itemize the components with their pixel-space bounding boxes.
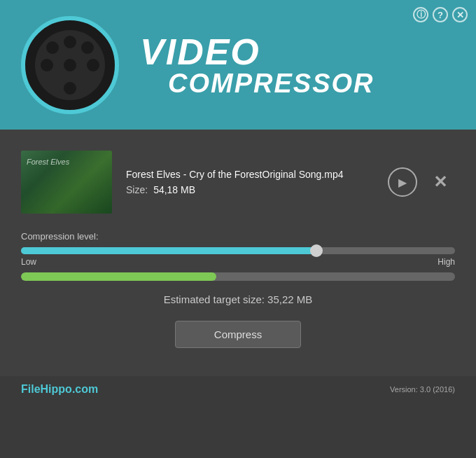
file-row: Forest Elves Forest Elves - Cry of the F… bbox=[21, 151, 455, 214]
file-name: Forest Elves - Cry of the ForestOriginal… bbox=[126, 169, 374, 180]
close-button[interactable]: ✕ bbox=[452, 7, 468, 22]
info-button[interactable]: ⓘ bbox=[413, 7, 428, 22]
main-content: Forest Elves Forest Elves - Cry of the F… bbox=[0, 130, 476, 376]
title-video: VIDEO bbox=[140, 34, 374, 70]
compression-slider-track[interactable] bbox=[21, 247, 455, 254]
compression-label: Compression level: bbox=[21, 231, 455, 242]
film-hole-left bbox=[41, 59, 53, 71]
film-hole-tr bbox=[81, 41, 94, 54]
film-hole-right bbox=[87, 59, 99, 71]
video-thumbnail: Forest Elves bbox=[21, 151, 112, 214]
high-label: High bbox=[438, 257, 455, 267]
thumbnail-label: Forest Elves bbox=[27, 158, 69, 166]
film-hole-bottom bbox=[64, 82, 76, 95]
window-controls: ⓘ ? ✕ bbox=[413, 7, 468, 22]
progress-bar bbox=[21, 272, 455, 281]
slider-thumb[interactable] bbox=[310, 244, 323, 257]
film-hole-tl bbox=[46, 41, 59, 54]
film-reel-logo bbox=[21, 16, 119, 114]
brand-name: FileHippo.com bbox=[21, 383, 98, 395]
compress-button[interactable]: Compress bbox=[175, 321, 301, 348]
file-size-row: Size: 54,18 MB bbox=[126, 184, 374, 195]
slider-fill bbox=[21, 247, 316, 254]
size-label: Size: bbox=[126, 184, 148, 195]
low-label: Low bbox=[21, 257, 36, 267]
remove-button[interactable]: ✕ bbox=[426, 167, 455, 197]
app-header: ⓘ ? ✕ VIDEO COMPRESSOR bbox=[0, 0, 476, 130]
footer: FileHippo.com Version: 3.0 (2016) bbox=[0, 376, 476, 403]
estimated-size: Estimated target size: 35,22 MB bbox=[21, 293, 455, 305]
app-title: VIDEO COMPRESSOR bbox=[140, 34, 374, 97]
compression-section: Compression level: Low High bbox=[21, 231, 455, 281]
play-button[interactable]: ▶ bbox=[388, 167, 417, 197]
film-hole-top bbox=[64, 36, 76, 48]
file-info: Forest Elves - Cry of the ForestOriginal… bbox=[126, 169, 374, 195]
version-text: Version: 3.0 (2016) bbox=[390, 385, 455, 394]
brand-logo: FileHippo.com bbox=[21, 383, 98, 396]
progress-bar-fill bbox=[21, 272, 216, 281]
file-actions: ▶ ✕ bbox=[388, 167, 455, 197]
compress-button-wrap: Compress bbox=[21, 321, 455, 348]
size-value: 54,18 MB bbox=[153, 184, 195, 195]
slider-labels: Low High bbox=[21, 257, 455, 267]
film-hole-center bbox=[64, 59, 76, 71]
title-compressor: COMPRESSOR bbox=[168, 70, 374, 97]
help-button[interactable]: ? bbox=[433, 7, 448, 22]
